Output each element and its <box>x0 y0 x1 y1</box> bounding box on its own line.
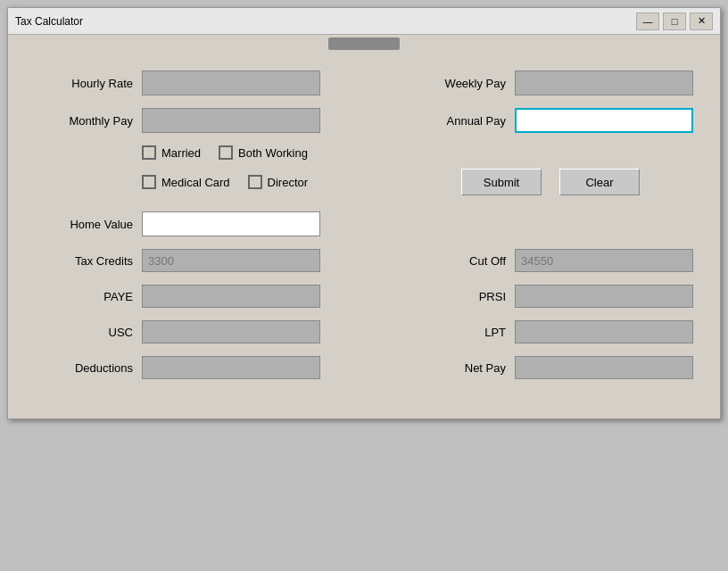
usc-label: USC <box>35 326 133 339</box>
prsi-input[interactable] <box>515 285 693 308</box>
home-value-label: Home Value <box>35 218 133 231</box>
home-value-input[interactable] <box>142 211 320 236</box>
net-pay-input[interactable] <box>515 356 693 379</box>
director-label[interactable]: Director <box>268 176 309 189</box>
net-pay-label: Net Pay <box>426 361 506 375</box>
hourly-weekly-row: Hourly Rate Weekly Pay <box>35 70 693 95</box>
title-bar: Tax Calculator — □ ✕ <box>8 8 720 35</box>
both-working-checkbox[interactable] <box>219 145 233 160</box>
hourly-rate-input[interactable] <box>142 70 320 95</box>
deductions-input[interactable] <box>142 356 320 379</box>
monthly-pay-input[interactable] <box>142 108 320 133</box>
both-working-label[interactable]: Both Working <box>238 146 308 160</box>
prsi-label: PRSI <box>426 290 506 303</box>
annual-pay-label: Annual Pay <box>426 114 506 128</box>
weekly-pay-label: Weekly Pay <box>426 77 506 90</box>
married-label[interactable]: Married <box>161 146 201 160</box>
director-checkbox[interactable] <box>248 175 262 189</box>
medical-card-checkbox-group: Medical Card <box>142 175 230 189</box>
director-checkbox-group: Director <box>248 175 309 189</box>
hourly-rate-label: Hourly Rate <box>35 77 133 90</box>
submit-button[interactable]: Submit <box>461 169 542 195</box>
married-checkbox-group: Married <box>142 145 201 160</box>
lpt-label: LPT <box>426 326 506 339</box>
form-content: Hourly Rate Weekly Pay Monthly Pay Annua… <box>8 53 720 418</box>
married-checkbox[interactable] <box>142 145 156 160</box>
scrollbar-thumb[interactable] <box>328 37 400 50</box>
tax-credits-cutoff-row: Tax Credits Cut Off <box>35 249 693 272</box>
usc-input[interactable] <box>142 320 320 343</box>
monthly-annual-row: Monthly Pay Annual Pay <box>35 108 693 133</box>
lpt-input[interactable] <box>515 320 693 343</box>
maximize-button[interactable]: □ <box>663 12 686 30</box>
close-button[interactable]: ✕ <box>690 12 713 30</box>
cut-off-label: Cut Off <box>426 254 506 268</box>
cut-off-input[interactable] <box>515 249 693 272</box>
tax-credits-input[interactable] <box>142 249 320 272</box>
annual-pay-input[interactable] <box>515 108 693 133</box>
tax-credits-label: Tax Credits <box>35 254 133 268</box>
home-value-row: Home Value <box>35 211 693 236</box>
paye-label: PAYE <box>35 290 133 303</box>
checkbox-row-2: Medical Card Director Submit Clear <box>142 169 693 195</box>
usc-lpt-row: USC LPT <box>35 320 693 343</box>
scrollbar-indicator <box>8 35 720 53</box>
checkbox-row-1: Married Both Working <box>142 145 693 160</box>
minimize-button[interactable]: — <box>636 12 659 30</box>
clear-button[interactable]: Clear <box>559 169 640 195</box>
window-title: Tax Calculator <box>15 15 83 28</box>
deductions-label: Deductions <box>35 361 133 375</box>
window-controls: — □ ✕ <box>636 12 713 30</box>
weekly-pay-input[interactable] <box>515 70 693 95</box>
medical-card-label[interactable]: Medical Card <box>161 176 230 189</box>
main-window: Tax Calculator — □ ✕ Hourly Rate Weekly … <box>7 7 721 419</box>
deductions-netpay-row: Deductions Net Pay <box>35 356 693 379</box>
paye-input[interactable] <box>142 285 320 308</box>
monthly-pay-label: Monthly Pay <box>35 114 133 128</box>
paye-prsi-row: PAYE PRSI <box>35 285 693 308</box>
medical-card-checkbox[interactable] <box>142 175 156 189</box>
both-working-checkbox-group: Both Working <box>219 145 308 160</box>
